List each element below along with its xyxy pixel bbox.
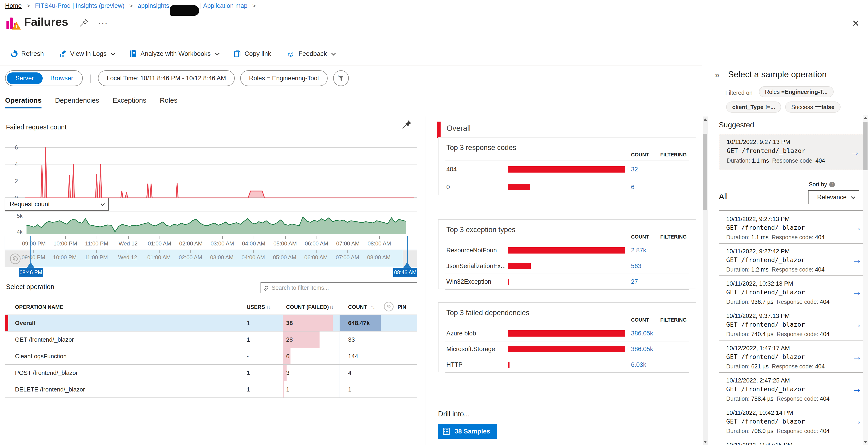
- breadcrumb-application-map[interactable]: | Application map: [200, 2, 247, 9]
- reset-zoom-icon[interactable]: [10, 254, 21, 264]
- suggested-label: Suggested: [719, 121, 754, 129]
- count-link[interactable]: 6: [631, 184, 634, 191]
- sort-users-icon[interactable]: ↑↓: [266, 304, 270, 310]
- scroll-down-icon[interactable]: [864, 441, 867, 443]
- request-count-dropdown[interactable]: Request count: [5, 198, 109, 211]
- count-link[interactable]: 386.05k: [631, 346, 653, 353]
- count-value: 648.47k: [348, 320, 370, 327]
- refresh-icon: [9, 49, 19, 59]
- svg-text:2: 2: [15, 178, 18, 184]
- feedback-button[interactable]: ☺ Feedback: [286, 50, 335, 57]
- axis-time-label: 02:00 AM: [179, 254, 202, 261]
- sample-item[interactable]: 10/11/2022, 9:27:42 PMGET /frontend/_bla…: [719, 244, 864, 276]
- count-link[interactable]: 6.03k: [631, 361, 646, 368]
- roles-filter[interactable]: Roles = Engineering-Tool: [240, 70, 328, 86]
- sample-item[interactable]: 10/11/2022, 9:37:13 PMGET /frontend/_bla…: [719, 308, 864, 340]
- card-row-jsonserializationex-: JsonSerializationEx...563: [438, 258, 696, 274]
- copy-link-button[interactable]: Copy link: [234, 50, 271, 58]
- chevron-down-icon: [331, 51, 336, 55]
- sample-item[interactable]: 10/11/2022, 11:47:15 PM: [719, 437, 864, 445]
- breadcrumb-insights[interactable]: FITS4u-Prod | Insights (preview): [35, 2, 124, 9]
- pin-chart-icon[interactable]: [402, 119, 412, 129]
- table-row-cleanlogsfunction[interactable]: CleanLogsFunction-6144: [5, 348, 417, 365]
- open-sample-arrow-icon[interactable]: →: [852, 286, 862, 298]
- panel-scrollbar[interactable]: [863, 115, 868, 445]
- search-box: [260, 282, 417, 293]
- scroll-down-icon[interactable]: [703, 441, 707, 443]
- browser-toggle-button[interactable]: Browser: [43, 72, 81, 84]
- refresh-button[interactable]: Refresh: [10, 50, 44, 57]
- card-row-microsoft-storage: Microsoft.Storage386.05k: [438, 342, 696, 357]
- tab-operations[interactable]: Operations: [5, 96, 41, 109]
- filter-chip-roles[interactable]: Roles = Engineering-T...: [759, 86, 834, 97]
- suggested-sample-item[interactable]: 10/11/2022, 9:27:13 PM GET /frontend/_bl…: [719, 134, 864, 170]
- top-response-codes-card: Top 3 response codes COUNT FILTERING 404…: [438, 137, 696, 195]
- add-filter-button[interactable]: +: [333, 70, 349, 86]
- analyze-workbooks-button[interactable]: Analyze with Workbooks: [129, 50, 218, 58]
- breadcrumb-home[interactable]: Home: [5, 2, 22, 9]
- more-options-icon[interactable]: …: [98, 15, 108, 26]
- count-link[interactable]: 32: [631, 166, 638, 173]
- open-sample-arrow-icon[interactable]: →: [850, 146, 860, 158]
- sort-dropdown[interactable]: Relevance: [808, 190, 859, 204]
- search-input[interactable]: [272, 285, 413, 291]
- info-icon[interactable]: i: [829, 182, 835, 187]
- sample-item[interactable]: 10/11/2022, 9:27:13 PMGET /frontend/_bla…: [719, 211, 864, 244]
- brush-handle-left[interactable]: [27, 262, 34, 268]
- samples-button[interactable]: 38 Samples: [438, 424, 497, 439]
- count-link[interactable]: 2.87k: [631, 247, 646, 254]
- operation-name: DELETE /frontend/_blazor: [15, 386, 85, 393]
- filter-chip-client-type[interactable]: client_Type !=...: [726, 101, 781, 113]
- open-sample-arrow-icon[interactable]: →: [852, 415, 862, 427]
- charts-and-table-section: Failed request count 6420 Request count …: [5, 117, 417, 445]
- count-bar: [508, 279, 509, 285]
- scrollbar-thumb[interactable]: [703, 134, 707, 210]
- sample-item[interactable]: 10/11/2022, 10:42:14 PMGET /frontend/_bl…: [719, 405, 864, 437]
- sort-count-icon[interactable]: ↑↓: [371, 304, 374, 310]
- sample-item[interactable]: 10/12/2022, 2:47:25 AMGET /frontend/_bla…: [719, 373, 864, 405]
- open-sample-arrow-icon[interactable]: →: [852, 351, 862, 362]
- filter-chip-success[interactable]: Success == false: [785, 101, 841, 113]
- tab-exceptions[interactable]: Exceptions: [113, 96, 146, 109]
- axis-tick: [191, 236, 191, 239]
- count-link[interactable]: 386.05k: [631, 330, 653, 337]
- axis-time-label: 01:00 AM: [148, 240, 171, 247]
- open-sample-arrow-icon[interactable]: →: [852, 254, 862, 265]
- table-row-post-frontend-blazor[interactable]: POST /frontend/_blazor134: [5, 365, 417, 381]
- close-icon[interactable]: ×: [852, 17, 859, 29]
- axis-time-label: 06:00 AM: [304, 254, 328, 261]
- open-sample-arrow-icon[interactable]: →: [852, 221, 862, 233]
- table-row-get-frontend-blazor[interactable]: GET /frontend/_blazor12833: [5, 331, 417, 348]
- tab-roles[interactable]: Roles: [160, 96, 178, 109]
- table-row-delete-frontend-blazor[interactable]: DELETE /frontend/_blazor111: [5, 381, 417, 398]
- server-toggle-button[interactable]: Server: [7, 72, 43, 84]
- failed-request-chart[interactable]: 6420: [5, 139, 417, 201]
- open-sample-arrow-icon[interactable]: →: [852, 318, 862, 330]
- tab-dependencies[interactable]: Dependencies: [55, 96, 99, 109]
- table-row-overall[interactable]: Overall138648.47k: [5, 315, 417, 331]
- details-scrollbar[interactable]: [703, 117, 708, 445]
- unpin-all-icon[interactable]: [384, 302, 394, 312]
- open-sample-arrow-icon[interactable]: →: [852, 383, 862, 394]
- collapse-panel-icon[interactable]: »: [715, 70, 719, 80]
- scrollbar-thumb[interactable]: [863, 122, 868, 170]
- count-link[interactable]: 563: [631, 263, 641, 270]
- search-icon: [265, 286, 268, 290]
- breadcrumb-appinsights[interactable]: appinsights: [137, 2, 169, 9]
- card-row-win32exception: Win32Exception27: [438, 274, 696, 290]
- pin-icon[interactable]: [79, 18, 89, 27]
- time-brush[interactable]: 09:00 PM10:00 PM11:00 PMWed 1201:00 AM02…: [5, 250, 417, 267]
- sort-count-failed-icon[interactable]: ↑↓: [329, 304, 333, 310]
- count-link[interactable]: 27: [631, 278, 638, 285]
- brush-handle-right[interactable]: [403, 262, 411, 268]
- scroll-up-icon[interactable]: [703, 118, 707, 121]
- time-range-filter[interactable]: Local Time: 10/11 8:46 PM - 10/12 8:46 A…: [98, 70, 235, 86]
- scroll-up-icon[interactable]: [864, 117, 867, 119]
- brush-start-label: 08:46 PM: [19, 268, 43, 277]
- sample-item[interactable]: 10/11/2022, 10:32:13 PMGET /frontend/_bl…: [719, 276, 864, 308]
- axis-time-label: 09:00 PM: [22, 254, 45, 261]
- request-count-chart[interactable]: 5k4k: [5, 213, 417, 234]
- axis-time-label: 02:00 AM: [179, 240, 203, 247]
- view-in-logs-button[interactable]: View in Logs: [59, 50, 114, 57]
- sample-item[interactable]: 10/12/2022, 1:47:17 AMGET /frontend/_bla…: [719, 340, 864, 373]
